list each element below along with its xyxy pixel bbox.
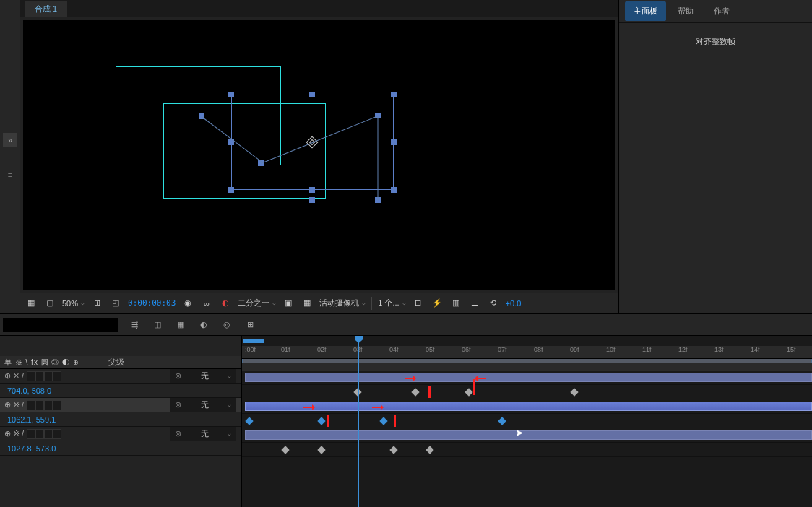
track-1[interactable]: [242, 370, 812, 385]
marker-arrow: [372, 407, 382, 408]
brainstorm-icon[interactable]: ⊞: [244, 319, 256, 331]
keyframe-track-3[interactable]: [242, 443, 812, 457]
handle-br[interactable]: [391, 187, 397, 193]
mask-icon[interactable]: ◰: [109, 297, 122, 310]
align-frames-button[interactable]: 对齐整数帧: [686, 33, 746, 50]
motion-path: [378, 116, 379, 201]
marker-arrow: [405, 378, 415, 379]
ruler-tick: 10f: [606, 346, 616, 353]
region-icon[interactable]: ▣: [282, 297, 295, 310]
parent-dropdown-3[interactable]: ⊚无⌵: [170, 427, 236, 441]
tab-help[interactable]: 帮助: [669, 1, 702, 21]
parent-dropdown-1[interactable]: ⊚无⌵: [170, 369, 236, 383]
keyframe[interactable]: [245, 417, 253, 425]
nav-bar[interactable]: [243, 339, 264, 343]
current-time-indicator[interactable]: [358, 336, 359, 507]
snapshot-icon[interactable]: ◉: [181, 297, 194, 310]
zoom-value: 50%: [62, 299, 78, 308]
keyframe-track-2[interactable]: [242, 414, 812, 428]
marker: [428, 386, 431, 398]
tab-main[interactable]: 主面板: [625, 1, 666, 21]
position-value[interactable]: 1062.1, 559.1: [7, 415, 56, 424]
position-row-3[interactable]: 1027.8, 573.0: [0, 441, 241, 456]
timeline-tracks[interactable]: :00f 01f 02f 03f 04f 05f 06f 07f 08f 09f…: [242, 336, 812, 507]
layer-row-2[interactable]: ⊕ ※ / ⊚无⌵: [0, 398, 241, 412]
ruler-tick: 07f: [498, 346, 507, 353]
pixel-icon[interactable]: ⊡: [412, 297, 425, 310]
reset-icon[interactable]: ⟲: [487, 297, 500, 310]
keyframe[interactable]: [498, 417, 506, 425]
keyframe[interactable]: [379, 417, 387, 425]
keyframe[interactable]: [317, 446, 325, 454]
expand-panel-button[interactable]: »: [3, 133, 17, 147]
color-icon[interactable]: ◐: [219, 297, 232, 310]
ruler-tick: 13f: [714, 346, 724, 353]
draft3d-icon[interactable]: ◫: [152, 319, 163, 331]
channel-icon[interactable]: ∞: [200, 297, 213, 310]
track-3[interactable]: [242, 428, 812, 443]
ruler-tick: 02f: [317, 346, 327, 353]
composition-viewer[interactable]: [23, 20, 615, 290]
keyframe[interactable]: [570, 388, 578, 396]
right-panel-tabs: 主面板 帮助 作者: [619, 0, 812, 23]
handle-bc[interactable]: [309, 187, 315, 193]
comp-mini-flow-icon[interactable]: ⇶: [129, 319, 140, 331]
marker: [473, 379, 475, 395]
layer-row-3[interactable]: ⊕ ※ / ⊚无⌵: [0, 427, 241, 441]
marker-arrow: [303, 407, 314, 408]
keyframe[interactable]: [281, 446, 289, 454]
ruler-tick: 04f: [389, 346, 399, 353]
parent-value: 无: [201, 370, 209, 381]
handle-mr[interactable]: [391, 139, 397, 145]
camera-value: 活动摄像机: [319, 298, 359, 308]
timecode-display[interactable]: 0:00:00:03: [128, 298, 176, 308]
handle-tr[interactable]: [391, 92, 397, 98]
layer-row-1[interactable]: ⊕ ※ / ⊚无⌵: [0, 369, 241, 384]
handle-tc[interactable]: [309, 92, 315, 98]
comp-tab-bar: 合成 1: [20, 0, 618, 17]
timeline-icon[interactable]: ▥: [449, 297, 462, 310]
track-2[interactable]: [242, 399, 812, 414]
fast-preview-icon[interactable]: ⚡: [431, 297, 444, 310]
position-row-2[interactable]: 1062.1, 559.1: [0, 412, 241, 427]
handle-bl[interactable]: [228, 187, 234, 193]
keyframe[interactable]: [426, 446, 433, 454]
position-row-1[interactable]: 704.0, 508.0: [0, 384, 241, 398]
keyframe[interactable]: [353, 388, 361, 396]
magnify-icon[interactable]: ▦: [25, 297, 38, 310]
keyframe[interactable]: [465, 388, 472, 396]
transparency-icon[interactable]: ▦: [301, 297, 314, 310]
ruler-tick: :00f: [245, 346, 256, 353]
ruler-tick: 06f: [462, 346, 471, 353]
position-value[interactable]: 1027.8, 573.0: [7, 444, 56, 453]
exposure-value[interactable]: +0.0: [506, 299, 522, 308]
keyframe-track-1[interactable]: [242, 385, 812, 399]
grid-icon[interactable]: ⊞: [90, 297, 103, 310]
path-point-5[interactable]: [309, 197, 315, 203]
zoom-dropdown[interactable]: 50%⌵: [62, 299, 85, 308]
parent-dropdown-2[interactable]: ⊚无⌵: [170, 398, 236, 412]
parent-value: 无: [201, 399, 209, 410]
monitor-icon[interactable]: ▢: [43, 297, 56, 310]
search-input[interactable]: [3, 318, 118, 332]
tab-author[interactable]: 作者: [705, 1, 738, 21]
handle-tl[interactable]: [228, 92, 234, 98]
motion-blur-icon[interactable]: ◐: [198, 319, 210, 331]
ruler-tick: 05f: [426, 346, 435, 353]
resolution-dropdown[interactable]: 二分之一⌵: [238, 298, 276, 308]
keyframe[interactable]: [389, 446, 397, 454]
tool-icon[interactable]: ≡: [4, 169, 16, 181]
keyframe[interactable]: [411, 388, 419, 396]
views-dropdown[interactable]: 1 个...⌵: [378, 298, 405, 308]
keyframe[interactable]: [317, 417, 325, 425]
graph-icon[interactable]: ◎: [221, 319, 233, 331]
mouse-cursor: ➤: [515, 427, 524, 438]
ruler-tick: 15f: [787, 346, 796, 353]
switches-header: 单 ※ \ fx 圓 ◎ ◐ ⊕: [4, 358, 79, 368]
comp-tab[interactable]: 合成 1: [25, 1, 67, 17]
flow-icon[interactable]: ☰: [468, 297, 481, 310]
camera-dropdown[interactable]: 活动摄像机⌵: [319, 298, 366, 308]
time-ruler[interactable]: :00f 01f 02f 03f 04f 05f 06f 07f 08f 09f…: [242, 346, 812, 359]
frame-blend-icon[interactable]: ▦: [175, 319, 186, 331]
position-value[interactable]: 704.0, 508.0: [7, 386, 51, 395]
